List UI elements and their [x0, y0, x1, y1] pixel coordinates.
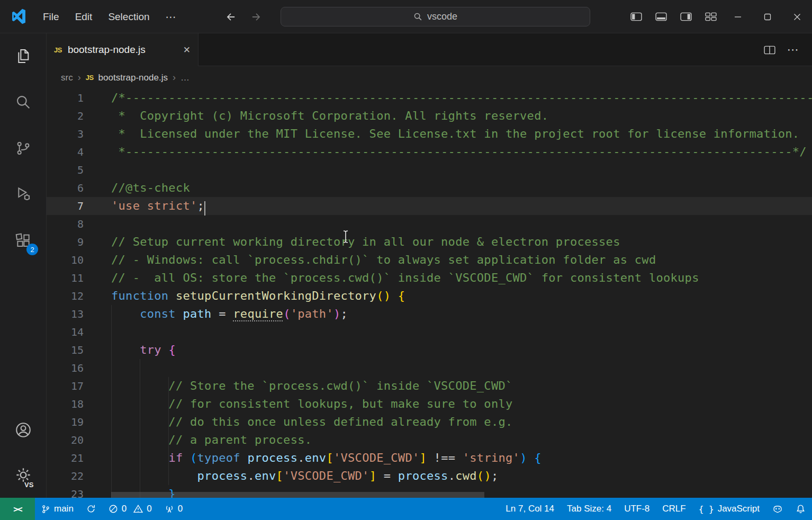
sidebar-item-source-control[interactable] — [0, 131, 46, 165]
line-number[interactable]: 12 — [47, 287, 111, 305]
sidebar-item-explorer[interactable] — [0, 39, 46, 73]
code-line: 10// - Windows: call `process.chdir()` t… — [47, 251, 812, 269]
code-token: . — [448, 469, 456, 482]
bell-icon — [796, 504, 806, 514]
more-actions-button[interactable]: ⋯ — [783, 40, 802, 59]
status-bar-left: >< main 0 0 0 — [0, 498, 499, 520]
encoding-status[interactable]: UTF-8 — [618, 498, 656, 520]
line-number[interactable]: 10 — [47, 251, 111, 269]
code-line-text: if (typeof process.env['VSCODE_CWD'] !==… — [111, 449, 542, 467]
menu-selection[interactable]: Selection — [100, 11, 157, 23]
code-token: ; — [341, 307, 348, 320]
code-token: ; — [491, 469, 499, 482]
line-number[interactable]: 23 — [47, 485, 111, 498]
notifications-button[interactable] — [789, 498, 812, 520]
code-line: 2 * Copyright (c) Microsoft Corporation.… — [47, 107, 812, 125]
code-token: // Store the `process.cwd()` inside `VSC… — [111, 379, 513, 392]
js-file-icon: JS — [54, 46, 62, 54]
line-number[interactable]: 8 — [47, 215, 111, 233]
tab-bootstrap-node[interactable]: JS bootstrap-node.js ✕ — [47, 33, 199, 66]
breadcrumb-file[interactable]: bootstrap-node.js — [98, 73, 168, 83]
close-window-button[interactable] — [782, 0, 812, 33]
line-number[interactable]: 19 — [47, 413, 111, 431]
toggle-primary-sidebar-button[interactable] — [624, 0, 648, 33]
toggle-panel-button[interactable] — [648, 0, 673, 33]
line-number[interactable]: 11 — [47, 269, 111, 287]
code-token: . — [247, 469, 255, 482]
forward-button[interactable] — [248, 8, 265, 25]
menu-overflow-button[interactable]: ⋯ — [158, 11, 185, 23]
line-number[interactable]: 17 — [47, 377, 111, 395]
breadcrumb-folder[interactable]: src — [61, 73, 73, 83]
radio-tower-icon — [165, 504, 174, 514]
sidebar-item-extensions[interactable]: 2 — [0, 224, 46, 258]
remote-indicator[interactable]: >< — [0, 498, 35, 520]
line-number[interactable]: 13 — [47, 305, 111, 323]
breadcrumb-symbol-more[interactable]: … — [181, 73, 190, 83]
code-token: // do this once unless defined already f… — [111, 415, 513, 428]
chevron-right-icon: › — [78, 72, 81, 83]
line-number[interactable]: 16 — [47, 359, 111, 377]
command-center-search[interactable]: vscode — [281, 7, 590, 26]
maximize-button[interactable] — [753, 0, 782, 33]
menu-file[interactable]: File — [35, 11, 67, 23]
horizontal-scrollbar[interactable] — [111, 492, 484, 498]
language-mode-status[interactable]: { } JavaScript — [692, 498, 766, 520]
toggle-secondary-sidebar-button[interactable] — [673, 0, 698, 33]
line-number[interactable]: 7 — [47, 197, 111, 215]
tab-size-text: Tab Size: 4 — [567, 504, 611, 514]
line-number[interactable]: 14 — [47, 323, 111, 341]
line-number[interactable]: 21 — [47, 449, 111, 467]
code-token — [111, 343, 140, 356]
cursor-position-status[interactable]: Ln 7, Col 14 — [499, 498, 561, 520]
settings-button[interactable] — [0, 458, 46, 492]
code-token: * Copyright (c) Microsoft Corporation. A… — [111, 109, 548, 122]
line-number[interactable]: 18 — [47, 395, 111, 413]
git-branch-status[interactable]: main — [35, 498, 80, 520]
minimize-button[interactable] — [723, 0, 753, 33]
code-line-text: *---------------------------------------… — [111, 143, 807, 161]
tab-close-icon[interactable]: ✕ — [183, 44, 191, 56]
vscode-logo-icon — [10, 8, 26, 24]
code-line: 15 try { — [47, 341, 812, 359]
line-number[interactable]: 5 — [47, 161, 111, 179]
sidebar-item-run-debug[interactable] — [0, 177, 46, 211]
code-line: 12function setupCurrentWorkingDirectory(… — [47, 287, 812, 305]
code-token — [183, 451, 190, 464]
eol-status[interactable]: CRLF — [656, 498, 692, 520]
line-number[interactable]: 6 — [47, 179, 111, 197]
code-line: 13 const path = require('path'); — [47, 305, 812, 323]
code-line: 22 process.env['VSCODE_CWD'] = process.c… — [47, 467, 812, 485]
breadcrumb: src › JS bootstrap-node.js › … — [47, 66, 812, 89]
line-number[interactable]: 9 — [47, 233, 111, 251]
code-token: // a parent process. — [111, 433, 312, 446]
account-button[interactable] — [0, 413, 46, 447]
code-editor[interactable]: 1/*-------------------------------------… — [47, 89, 812, 498]
errors-icon — [109, 504, 118, 514]
line-number[interactable]: 22 — [47, 467, 111, 485]
line-number[interactable]: 1 — [47, 89, 111, 107]
split-editor-button[interactable] — [760, 40, 779, 59]
line-number[interactable]: 20 — [47, 431, 111, 449]
copilot-status[interactable] — [766, 498, 789, 520]
sync-changes-button[interactable] — [80, 498, 102, 520]
line-number[interactable]: 4 — [47, 143, 111, 161]
back-button[interactable] — [222, 8, 239, 25]
ports-status[interactable]: 0 — [158, 498, 189, 520]
problems-status[interactable]: 0 0 — [102, 498, 158, 520]
nav-history — [222, 0, 265, 33]
encoding-text: UTF-8 — [624, 504, 649, 514]
menu-edit[interactable]: Edit — [67, 11, 101, 23]
code-line: 9// Setup current working directory in a… — [47, 233, 812, 251]
sidebar-item-search[interactable] — [0, 85, 46, 119]
line-number[interactable]: 15 — [47, 341, 111, 359]
line-number[interactable]: 2 — [47, 107, 111, 125]
customize-layout-button[interactable] — [698, 0, 723, 33]
branch-name: main — [54, 504, 74, 514]
text-cursor — [204, 201, 205, 216]
line-number[interactable]: 3 — [47, 125, 111, 143]
ports-count: 0 — [178, 504, 183, 514]
tab-size-status[interactable]: Tab Size: 4 — [561, 498, 618, 520]
code-token: 'VSCODE_CWD' — [333, 451, 420, 464]
code-token: !== — [427, 451, 463, 464]
